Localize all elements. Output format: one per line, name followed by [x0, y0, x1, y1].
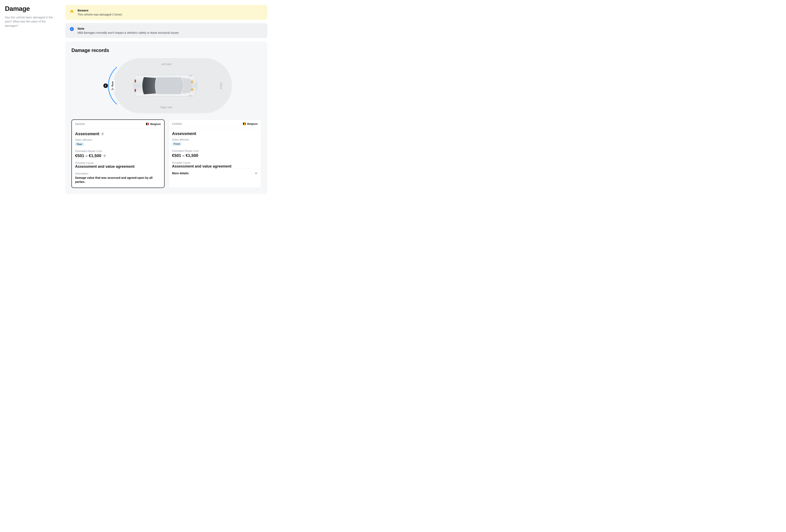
record-date: 12/2016: [172, 122, 182, 125]
assessment-title-row: Assessment: [172, 131, 258, 136]
description-label: Description: [75, 172, 161, 175]
svg-rect-4: [135, 79, 136, 82]
cause-label: Possible Cause: [172, 161, 258, 164]
alert-beware: Beware This vehicle was damaged 2 times!: [65, 5, 267, 20]
cost-row: €501 – €1,500: [172, 153, 258, 158]
side-affected-chip: Front: [172, 142, 182, 146]
alert-note-text: Mild damages normally won't impact a veh…: [77, 31, 179, 34]
help-icon[interactable]: ?: [101, 132, 104, 136]
flag-belgium-icon: [243, 122, 246, 125]
more-details-button[interactable]: More details: [169, 169, 261, 175]
record-country: Belgium: [243, 122, 258, 125]
car-illustration: [130, 71, 203, 100]
alert-beware-text: This vehicle was damaged 2 times!: [77, 13, 122, 16]
diagram-front-label: Front: [219, 82, 223, 89]
cause-label: Possible Cause: [75, 161, 161, 165]
sides-affected-label: Sides affected: [75, 138, 161, 141]
svg-rect-1: [112, 89, 113, 89]
page-title: Damage: [5, 5, 57, 13]
svg-rect-2: [191, 80, 193, 83]
cause-value: Assessment and value agreement: [172, 164, 258, 169]
assessment-title-row: Assessment?: [75, 131, 161, 136]
svg-rect-3: [191, 88, 193, 91]
card-body: AssessmentSides affectedFrontEstimated R…: [169, 128, 261, 178]
record-country: Belgium: [146, 122, 161, 126]
damage-diagram: 2 Rear: [101, 58, 232, 113]
cost-row: €501 – €1,500?: [75, 153, 161, 158]
damage-records-panel: Damage records 2 Rear: [65, 41, 267, 194]
card-header: 03/2015Belgium: [72, 120, 164, 128]
diagram-left-label: Left side: [161, 63, 171, 66]
assessment-title: Assessment: [172, 131, 196, 136]
rear-damage-count-badge: 2: [103, 83, 108, 88]
alert-beware-title: Beware: [77, 8, 122, 12]
description-value: Damage value that was assessed and agree…: [75, 176, 161, 184]
cost-label: Estimated Repair Cost: [172, 149, 258, 152]
record-country-name: Belgium: [150, 122, 161, 126]
alert-note-title: Note: [77, 27, 179, 30]
damage-record-card[interactable]: 12/2016BelgiumAssessmentSides affectedFr…: [169, 119, 261, 188]
more-details-label: More details: [172, 172, 189, 175]
rear-chip-label: Rear: [111, 81, 114, 87]
card-body: Assessment?Sides affectedRearEstimated R…: [72, 128, 164, 188]
cost-value: €501 – €1,500: [75, 153, 101, 158]
assessment-title: Assessment: [75, 131, 99, 136]
record-date: 03/2015: [75, 122, 85, 126]
record-country-name: Belgium: [247, 122, 258, 125]
sides-affected-label: Sides affected: [172, 138, 258, 141]
side-affected-chip: Rear: [75, 142, 84, 146]
flag-belgium-icon: [146, 122, 149, 126]
cost-label: Estimated Repair Cost: [75, 149, 161, 152]
cost-value: €501 – €1,500: [172, 153, 198, 158]
rear-damage-chip[interactable]: Rear: [110, 80, 115, 92]
diagram-right-label: Right side: [160, 106, 172, 109]
info-icon: i: [70, 27, 74, 31]
damage-record-card[interactable]: 03/2015BelgiumAssessment?Sides affectedR…: [71, 119, 165, 188]
card-header: 12/2016Belgium: [169, 120, 261, 128]
help-icon[interactable]: ?: [103, 154, 106, 158]
svg-rect-5: [135, 89, 136, 92]
warning-outline-icon: [111, 87, 114, 90]
page-subtitle: Has this vehicle been damaged in the pas…: [5, 15, 57, 28]
chevron-down-icon: [254, 172, 258, 175]
alert-note: i Note Mild damages normally won't impac…: [65, 23, 267, 38]
cause-value: Assessment and value agreement: [75, 165, 161, 169]
records-heading: Damage records: [71, 47, 261, 53]
warning-icon: [70, 9, 74, 13]
